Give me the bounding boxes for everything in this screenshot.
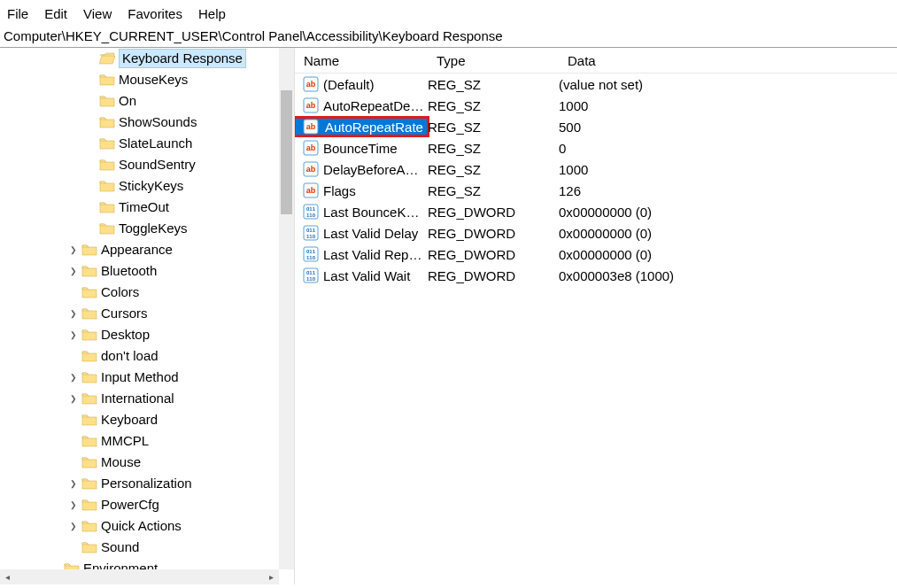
svg-text:110: 110 [306, 213, 316, 218]
scroll-right-arrow[interactable]: ▸ [264, 569, 279, 584]
tree-item[interactable]: TimeOut [0, 197, 294, 218]
tree-item[interactable]: Sound [0, 537, 294, 558]
tree-item[interactable]: ToggleKeys [0, 218, 294, 239]
menu-help[interactable]: Help [198, 6, 226, 21]
list-row[interactable]: 011110Last Valid DelayREG_DWORD0x0000000… [295, 222, 897, 244]
tree-item-label: On [119, 92, 140, 110]
tree-item[interactable]: ❯Personalization [0, 473, 294, 494]
list-row[interactable]: 011110Last BounceKey ...REG_DWORD0x00000… [295, 201, 897, 222]
string-value-icon: ab [302, 182, 320, 199]
list-row[interactable]: 011110Last Valid RepeatREG_DWORD0x000000… [295, 244, 897, 265]
value-type: REG_DWORD [428, 268, 559, 283]
tree-pane: Keyboard ResponseMouseKeysOnShowSoundsSl… [0, 48, 295, 584]
list-row[interactable]: abDelayBeforeAcc...REG_SZ1000 [295, 159, 897, 180]
expand-icon[interactable]: ❯ [67, 479, 80, 488]
tree-item[interactable]: StickyKeys [0, 175, 294, 197]
tree-item[interactable]: Mouse [0, 452, 294, 473]
tree[interactable]: Keyboard ResponseMouseKeysOnShowSoundsSl… [0, 48, 294, 584]
tree-item[interactable]: ❯Input Method [0, 367, 294, 388]
list-header[interactable]: Name Type Data [295, 48, 897, 74]
dword-value-icon: 011110 [302, 245, 320, 263]
tree-item[interactable]: don't load [0, 345, 294, 367]
folder-open-icon [99, 52, 115, 65]
tree-item-label: Quick Actions [101, 517, 185, 535]
tree-item[interactable]: MMCPL [0, 430, 294, 452]
cell-name: abAutoRepeatRate [295, 118, 428, 135]
tree-item[interactable]: ❯PowerCfg [0, 494, 294, 515]
list-row[interactable]: abFlagsREG_SZ126 [295, 180, 897, 201]
list-row[interactable]: abAutoRepeatRateREG_SZ500 [295, 116, 897, 137]
scrollbar-thumb[interactable] [281, 90, 292, 214]
tree-item[interactable]: ShowSounds [0, 112, 294, 133]
tree-item-label: Desktop [101, 326, 153, 344]
dword-value-icon: 011110 [302, 203, 320, 220]
value-data: 1000 [559, 162, 897, 177]
column-data[interactable]: Data [568, 48, 897, 73]
scroll-left-arrow[interactable]: ◂ [0, 569, 15, 584]
tree-item-label: don't load [101, 347, 162, 365]
list-row[interactable]: 011110Last Valid WaitREG_DWORD0x000003e8… [295, 265, 897, 286]
value-name: Last Valid Delay [323, 226, 428, 241]
cell-name: abAutoRepeatDelay [295, 97, 428, 114]
expand-icon[interactable]: ❯ [67, 245, 80, 254]
tree-item[interactable]: ❯Cursors [0, 303, 294, 324]
tree-item[interactable]: SlateLaunch [0, 133, 294, 154]
list-row[interactable]: ab(Default)REG_SZ(value not set) [295, 74, 897, 95]
vertical-scrollbar[interactable] [279, 48, 294, 569]
expand-icon[interactable]: ❯ [67, 522, 80, 530]
tree-item-label: SlateLaunch [119, 135, 196, 152]
horizontal-scrollbar[interactable]: ◂ ▸ [0, 569, 279, 584]
tree-item[interactable]: ❯Desktop [0, 324, 294, 345]
tree-item[interactable]: Colors [0, 282, 294, 303]
value-data: 1000 [559, 98, 897, 113]
value-type: REG_DWORD [428, 247, 559, 262]
menu-file[interactable]: File [7, 6, 28, 21]
column-name[interactable]: Name [295, 48, 437, 73]
value-type: REG_SZ [428, 120, 559, 135]
menu-favorites[interactable]: Favorites [128, 6, 182, 21]
list-row[interactable]: abAutoRepeatDelayREG_SZ1000 [295, 95, 897, 116]
tree-item-label: Keyboard Response [119, 49, 246, 68]
menu-view[interactable]: View [83, 6, 112, 21]
list-body[interactable]: ab(Default)REG_SZ(value not set)abAutoRe… [295, 74, 897, 286]
menu-edit[interactable]: Edit [44, 6, 67, 21]
tree-item[interactable]: Keyboard Response [0, 48, 294, 69]
svg-text:ab: ab [306, 143, 316, 152]
folder-icon [99, 180, 115, 192]
tree-item[interactable]: ❯Quick Actions [0, 515, 294, 537]
svg-text:011: 011 [306, 270, 316, 275]
svg-text:110: 110 [306, 276, 316, 282]
expand-icon[interactable]: ❯ [67, 373, 80, 382]
tree-item-label: Input Method [101, 368, 182, 386]
tree-item-label: Appearance [101, 241, 176, 259]
folder-icon [81, 520, 97, 532]
tree-item-label: StickyKeys [119, 177, 187, 195]
column-type[interactable]: Type [437, 48, 568, 73]
tree-item[interactable]: ❯Appearance [0, 239, 294, 260]
folder-icon [81, 477, 97, 490]
tree-item-label: Mouse [101, 453, 144, 471]
tree-item[interactable]: ❯Bluetooth [0, 260, 294, 282]
tree-item[interactable]: MouseKeys [0, 69, 294, 90]
tree-item[interactable]: Keyboard [0, 409, 294, 430]
tree-item-label: TimeOut [119, 198, 173, 216]
expand-icon[interactable]: ❯ [67, 309, 80, 318]
folder-icon [81, 456, 97, 468]
tree-item[interactable]: On [0, 90, 294, 112]
folder-icon [99, 222, 115, 235]
string-value-icon: ab [302, 118, 320, 135]
list-row[interactable]: abBounceTimeREG_SZ0 [295, 137, 897, 159]
expand-icon[interactable]: ❯ [67, 500, 80, 509]
address-bar[interactable]: Computer\HKEY_CURRENT_USER\Control Panel… [0, 27, 897, 48]
tree-item-label: Keyboard [101, 411, 161, 429]
value-name: (Default) [323, 77, 428, 92]
value-data: 0x00000000 (0) [559, 226, 897, 241]
tree-item[interactable]: ❯International [0, 388, 294, 409]
tree-item[interactable]: SoundSentry [0, 154, 294, 175]
value-type: REG_SZ [428, 98, 559, 113]
value-type: REG_SZ [428, 183, 559, 198]
expand-icon[interactable]: ❯ [67, 267, 80, 275]
expand-icon[interactable]: ❯ [67, 330, 80, 339]
expand-icon[interactable]: ❯ [67, 394, 80, 403]
string-value-icon: ab [302, 139, 320, 157]
